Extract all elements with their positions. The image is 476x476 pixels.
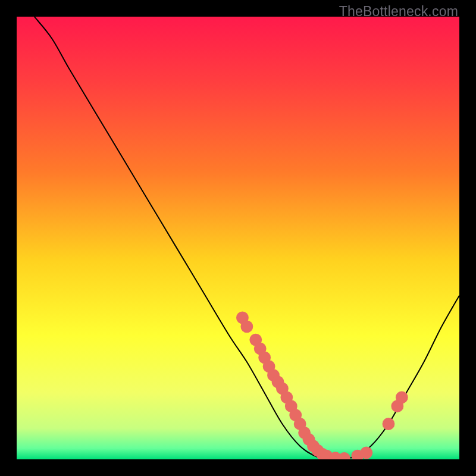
- bottleneck-curve-chart: [17, 17, 459, 459]
- curve-marker: [396, 391, 408, 403]
- curve-marker: [360, 446, 372, 459]
- chart-frame: [17, 17, 459, 459]
- curve-marker: [383, 418, 395, 430]
- chart-background: [17, 17, 459, 459]
- curve-marker: [240, 320, 253, 333]
